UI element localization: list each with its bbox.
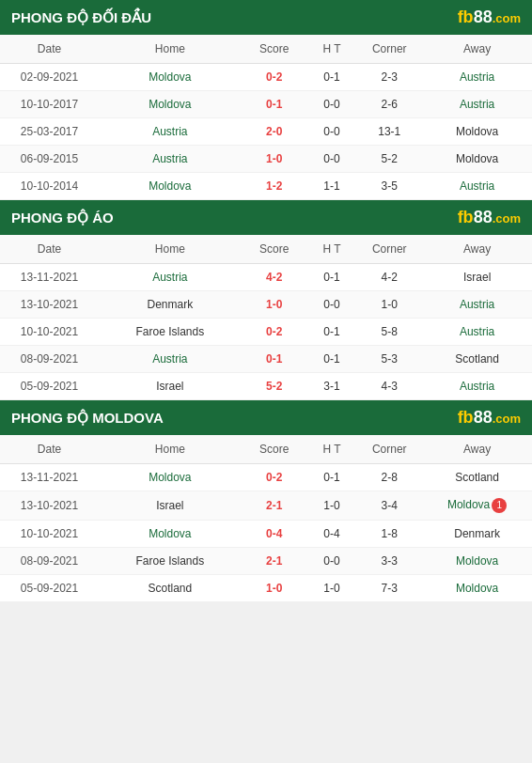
cell-ht: 0-0 <box>307 118 357 146</box>
table-row: 10-10-2021Moldova0-40-41-8Denmark <box>0 521 532 548</box>
col-header-0: Date <box>0 235 99 264</box>
cell-score: 0-2 <box>242 64 307 91</box>
cell-home: Austria <box>99 146 242 173</box>
brand-suffix: .com <box>493 412 521 426</box>
cell-away: Austria <box>422 173 532 200</box>
cell-home: Scotland <box>99 575 242 602</box>
cell-ht: 0-1 <box>307 346 357 373</box>
cell-home: Faroe Islands <box>99 319 242 346</box>
cell-date: 13-10-2021 <box>0 491 99 521</box>
brand-suffix: .com <box>493 211 521 226</box>
cell-date: 13-11-2021 <box>0 264 99 291</box>
cell-ht: 1-0 <box>307 491 357 521</box>
cell-ht: 0-0 <box>307 548 357 575</box>
col-header-4: Corner <box>356 235 422 264</box>
cell-away: Scotland <box>422 464 532 491</box>
cell-corner: 4-2 <box>356 264 422 291</box>
section-header-phong-do-ao: PHONG ĐỘ ÁOfb88.com <box>0 200 532 235</box>
cell-corner: 7-3 <box>356 575 422 602</box>
brand-prefix: fb <box>458 408 474 427</box>
cell-date: 13-10-2021 <box>0 291 99 319</box>
cell-score: 1-0 <box>242 291 307 319</box>
col-header-2: Score <box>242 35 307 64</box>
cell-score: 1-2 <box>242 173 307 200</box>
cell-ht: 1-0 <box>307 575 357 602</box>
cell-ht: 0-0 <box>307 146 357 173</box>
table-head-to-head: DateHomeScoreH TCornerAway02-09-2021Mold… <box>0 35 532 200</box>
col-header-3: H T <box>307 435 357 464</box>
cell-ht: 0-1 <box>307 464 357 491</box>
cell-ht: 0-4 <box>307 521 357 548</box>
cell-score: 4-2 <box>242 264 307 291</box>
cell-date: 10-10-2017 <box>0 91 99 118</box>
cell-home: Israel <box>99 491 242 521</box>
brand-prefix: fb <box>458 208 474 226</box>
col-header-0: Date <box>0 35 99 64</box>
cell-away: Israel <box>422 264 532 291</box>
cell-away: Scotland <box>422 346 532 373</box>
col-header-1: Home <box>99 235 242 264</box>
cell-away: Moldova <box>422 118 532 146</box>
table-row: 10-10-2014Moldova1-21-13-5Austria <box>0 173 532 200</box>
brand-logo: fb88.com <box>458 408 521 428</box>
cell-home: Austria <box>99 346 242 373</box>
cell-date: 13-11-2021 <box>0 464 99 491</box>
col-header-5: Away <box>422 35 532 64</box>
cell-home: Faroe Islands <box>99 548 242 575</box>
table-phong-do-ao: DateHomeScoreH TCornerAway13-11-2021Aust… <box>0 235 532 400</box>
cell-home: Denmark <box>99 291 242 319</box>
col-header-1: Home <box>99 35 242 64</box>
cell-date: 05-09-2021 <box>0 373 99 400</box>
cell-away: Moldova <box>422 548 532 575</box>
col-header-2: Score <box>242 235 307 264</box>
section-header-phong-do-moldova: PHONG ĐỘ MOLDOVAfb88.com <box>0 400 532 435</box>
table-row: 13-11-2021Moldova0-20-12-8Scotland <box>0 464 532 491</box>
col-header-4: Corner <box>356 35 422 64</box>
col-header-3: H T <box>307 35 357 64</box>
cell-away: Austria <box>422 91 532 118</box>
table-row: 05-09-2021Scotland1-01-07-3Moldova <box>0 575 532 602</box>
cell-corner: 3-4 <box>356 491 422 521</box>
cell-away: Moldova <box>422 575 532 602</box>
cell-date: 06-09-2015 <box>0 146 99 173</box>
brand-number: 88 <box>474 208 493 226</box>
cell-home: Moldova <box>99 64 242 91</box>
table-row: 13-11-2021Austria4-20-14-2Israel <box>0 264 532 291</box>
cell-score: 0-2 <box>242 464 307 491</box>
cell-home: Austria <box>99 118 242 146</box>
cell-corner: 5-8 <box>356 319 422 346</box>
cell-date: 08-09-2021 <box>0 548 99 575</box>
cell-score: 1-0 <box>242 146 307 173</box>
cell-corner: 4-3 <box>356 373 422 400</box>
cell-away: Denmark <box>422 521 532 548</box>
brand-number: 88 <box>474 8 493 26</box>
cell-score: 0-1 <box>242 346 307 373</box>
col-header-5: Away <box>422 235 532 264</box>
cell-date: 10-10-2021 <box>0 319 99 346</box>
cell-home: Austria <box>99 264 242 291</box>
cell-ht: 0-0 <box>307 291 357 319</box>
col-header-2: Score <box>242 435 307 464</box>
table-header-row: DateHomeScoreH TCornerAway <box>0 235 532 264</box>
cell-corner: 2-3 <box>356 64 422 91</box>
cell-score: 0-2 <box>242 319 307 346</box>
cell-home: Moldova <box>99 464 242 491</box>
cell-corner: 3-3 <box>356 548 422 575</box>
table-row: 13-10-2021Israel2-11-03-4Moldova1 <box>0 491 532 521</box>
brand-number: 88 <box>474 408 493 427</box>
col-header-0: Date <box>0 435 99 464</box>
cell-score: 1-0 <box>242 575 307 602</box>
brand-logo: fb88.com <box>458 208 521 227</box>
table-row: 06-09-2015Austria1-00-05-2Moldova <box>0 146 532 173</box>
section-title: PHONG ĐỘ ĐỐI ĐẦU <box>11 9 151 26</box>
table-row: 02-09-2021Moldova0-20-12-3Austria <box>0 64 532 91</box>
cell-score: 0-4 <box>242 521 307 548</box>
cell-corner: 2-8 <box>356 464 422 491</box>
cell-score: 2-0 <box>242 118 307 146</box>
cell-corner: 1-8 <box>356 521 422 548</box>
cell-date: 08-09-2021 <box>0 346 99 373</box>
cell-corner: 2-6 <box>356 91 422 118</box>
table-row: 05-09-2021Israel5-23-14-3Austria <box>0 373 532 400</box>
cell-ht: 0-0 <box>307 91 357 118</box>
cell-corner: 5-3 <box>356 346 422 373</box>
